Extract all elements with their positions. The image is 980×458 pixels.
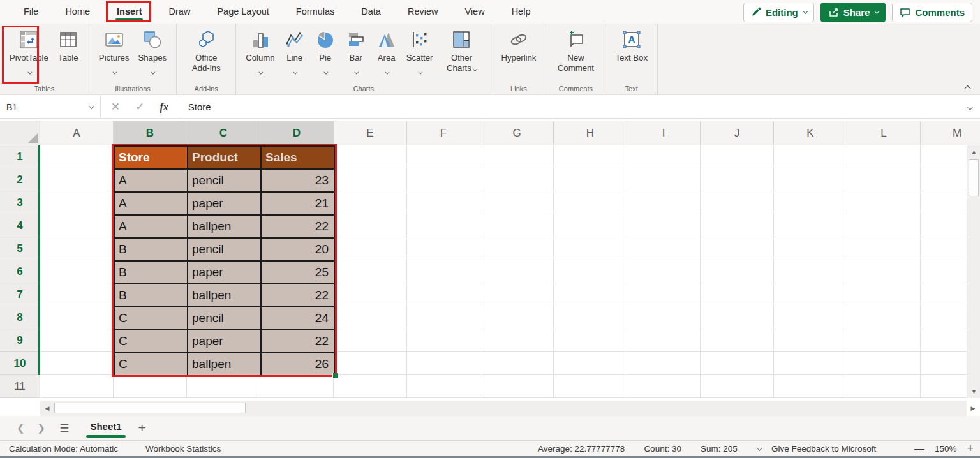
row-header-5[interactable]: 5	[0, 237, 40, 260]
status-sum[interactable]: Sum: 205	[701, 441, 738, 457]
cell-d4[interactable]: 22	[262, 216, 335, 239]
tab-data[interactable]: Data	[348, 0, 394, 24]
cell-d2[interactable]: 23	[262, 170, 335, 193]
tab-page-layout[interactable]: Page Layout	[204, 0, 282, 24]
scroll-up-icon[interactable]: ▲	[967, 145, 980, 158]
expand-formula-bar-button[interactable]	[967, 101, 980, 113]
column-header-g[interactable]: G	[480, 121, 554, 145]
sheet-tab-sheet1[interactable]: Sheet1	[85, 416, 126, 440]
cell-b5[interactable]: B	[115, 239, 188, 262]
column-header-d[interactable]: D	[260, 121, 334, 145]
chevron-down-icon[interactable]	[757, 445, 762, 450]
pictures-button[interactable]: Pictures	[94, 27, 134, 78]
row-header-2[interactable]: 2	[0, 168, 40, 191]
scroll-right-icon[interactable]: ▶	[967, 401, 979, 416]
vertical-scrollbar[interactable]: ▲ ▼	[967, 145, 980, 398]
cell-c7[interactable]: ballpen	[188, 284, 262, 307]
cell-b4[interactable]: A	[115, 216, 188, 239]
formula-input[interactable]: Store	[179, 101, 967, 112]
insert-function-icon[interactable]: fx	[160, 101, 168, 113]
status-count[interactable]: Count: 30	[644, 441, 681, 457]
column-header-a[interactable]: A	[40, 121, 114, 145]
prev-sheet-icon[interactable]: ❮	[10, 422, 31, 434]
cell-c6[interactable]: paper	[188, 262, 262, 284]
row-header-6[interactable]: 6	[0, 260, 40, 283]
cell-d3[interactable]: 21	[262, 193, 335, 216]
other-charts-button[interactable]: Other Charts	[437, 27, 486, 74]
tab-file[interactable]: File	[10, 0, 52, 24]
bar-chart-button[interactable]: Bar	[341, 27, 371, 78]
zoom-in-button[interactable]: +	[967, 442, 974, 455]
row-header-3[interactable]: 3	[0, 191, 40, 214]
column-header-j[interactable]: J	[701, 121, 774, 145]
scroll-left-icon[interactable]: ◀	[41, 401, 53, 416]
fill-handle[interactable]	[332, 373, 338, 378]
cell-b8[interactable]: C	[115, 307, 188, 330]
cell-c5[interactable]: pencil	[188, 239, 262, 262]
cell-c10[interactable]: ballpen	[188, 353, 262, 376]
scroll-down-icon[interactable]: ▼	[967, 385, 980, 398]
table-button[interactable]: Table	[53, 27, 84, 64]
all-sheets-menu-icon[interactable]: ☰	[52, 422, 77, 435]
new-comment-button[interactable]: New Comment	[551, 27, 600, 74]
horizontal-scrollbar[interactable]: ◀	[40, 401, 967, 416]
hyperlink-button[interactable]: Hyperlink	[496, 27, 540, 64]
cell-c1[interactable]: Product	[188, 147, 262, 170]
select-all-button[interactable]	[0, 121, 40, 145]
comments-button[interactable]: Comments	[892, 3, 972, 22]
line-chart-button[interactable]: Line	[279, 27, 310, 78]
status-average[interactable]: Average: 22.77777778	[538, 441, 625, 457]
row-header-8[interactable]: 8	[0, 306, 40, 329]
horizontal-scroll-thumb[interactable]	[54, 403, 246, 413]
cell-b10[interactable]: C	[115, 353, 188, 376]
cell-d7[interactable]: 22	[262, 284, 335, 307]
name-box[interactable]: B1	[0, 96, 101, 118]
row-header-1[interactable]: 1	[0, 145, 40, 168]
editing-mode-button[interactable]: Editing	[743, 3, 814, 22]
tab-draw[interactable]: Draw	[156, 0, 204, 24]
next-sheet-icon[interactable]: ❯	[31, 422, 52, 434]
row-header-11[interactable]: 11	[0, 375, 40, 398]
cell-c9[interactable]: paper	[188, 330, 262, 353]
cell-d5[interactable]: 20	[262, 239, 335, 262]
cancel-icon[interactable]: ✕	[111, 100, 120, 114]
column-header-l[interactable]: L	[847, 121, 921, 145]
tab-review[interactable]: Review	[394, 0, 452, 24]
column-header-f[interactable]: F	[407, 121, 480, 145]
cell-d1[interactable]: Sales	[262, 147, 335, 170]
column-header-h[interactable]: H	[554, 121, 627, 145]
office-addins-button[interactable]: Office Add-ins	[182, 27, 230, 74]
row-header-7[interactable]: 7	[0, 283, 40, 306]
row-header-10[interactable]: 10	[0, 352, 40, 375]
text-box-button[interactable]: A Text Box	[611, 27, 652, 64]
tab-help[interactable]: Help	[498, 0, 544, 24]
cell-d10[interactable]: 26	[262, 353, 335, 376]
vertical-scroll-thumb[interactable]	[969, 159, 979, 196]
pie-chart-button[interactable]: Pie	[310, 27, 341, 78]
cell-b6[interactable]: B	[115, 262, 188, 284]
cell-b9[interactable]: C	[115, 330, 188, 353]
column-header-i[interactable]: I	[627, 121, 701, 145]
cell-c2[interactable]: pencil	[188, 170, 262, 193]
tab-formulas[interactable]: Formulas	[283, 0, 348, 24]
share-button[interactable]: Share	[820, 3, 886, 22]
cell-d6[interactable]: 25	[262, 262, 335, 284]
zoom-level[interactable]: 150%	[935, 444, 957, 454]
cell-b1[interactable]: Store	[115, 147, 188, 170]
column-header-k[interactable]: K	[774, 121, 847, 145]
cell-b7[interactable]: B	[115, 284, 188, 307]
feedback-link[interactable]: Give Feedback to Microsoft	[771, 441, 876, 457]
column-header-c[interactable]: C	[187, 121, 260, 145]
cell-d8[interactable]: 24	[262, 307, 335, 330]
shapes-button[interactable]: Shapes	[133, 27, 171, 78]
zoom-out-button[interactable]: —	[914, 443, 924, 455]
cell-b2[interactable]: A	[115, 170, 188, 193]
column-header-m[interactable]: M	[921, 121, 980, 145]
cell-c4[interactable]: ballpen	[188, 216, 262, 239]
workbook-statistics[interactable]: Workbook Statistics	[145, 441, 221, 457]
cell-c3[interactable]: paper	[188, 193, 262, 216]
add-sheet-button[interactable]: +	[138, 420, 146, 436]
row-header-9[interactable]: 9	[0, 329, 40, 352]
cell-d9[interactable]: 22	[262, 330, 335, 353]
tab-home[interactable]: Home	[52, 0, 103, 24]
